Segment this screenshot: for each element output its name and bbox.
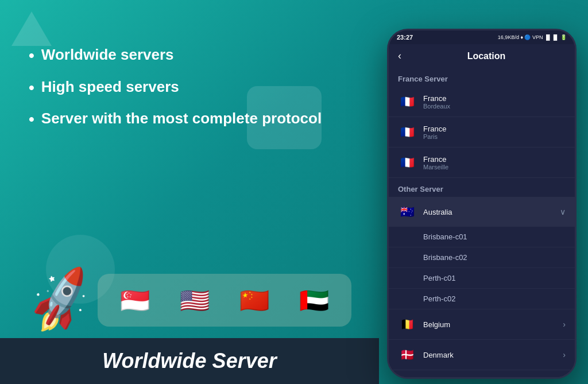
brisbane-c02-item[interactable]: Brisbane-c02 [389,247,575,268]
phone-title: Location [407,51,566,61]
flag-usa: 🇺🇸 [169,283,220,317]
flag-uae: 🇦🇪 [288,283,340,317]
feature-list: • Worldwide servers • High speed servers… [29,46,356,142]
france-marseille-city: Marseille [423,164,566,170]
phone-content[interactable]: France Server 🇫🇷 France Bordeaux 🇫🇷 Fran… [389,68,575,377]
france-marseille-item[interactable]: 🇫🇷 France Marseille [389,148,575,178]
feature-text-2: High speed servers [41,78,179,96]
status-bar: 23:27 16,9KB/d ♦ 🔵 VPN ▐▌▐▌ 🔋 [389,30,575,44]
australia-chevron-icon: ∨ [560,207,566,216]
back-button[interactable]: ‹ [398,50,401,62]
france-paris-item[interactable]: 🇫🇷 France Paris [389,117,575,148]
france-bordeaux-flag: 🇫🇷 [398,92,416,111]
france-bordeaux-city: Bordeaux [423,103,566,110]
france-marseille-flag: 🇫🇷 [398,153,416,172]
france-paris-info: France Paris [423,125,566,140]
phone-header: ‹ Location [389,44,575,68]
australia-item[interactable]: 🇦🇺 Australia ∨ [389,197,575,227]
status-icons: 16,9KB/d ♦ 🔵 VPN ▐▌▐▌ 🔋 [498,34,567,40]
denmark-chevron-icon: › [563,350,566,359]
bullet-dot-3: • [29,110,34,129]
status-time: 23:27 [397,34,413,41]
bullet-dot-1: • [29,46,34,65]
belgium-flag: 🇧🇪 [398,315,416,333]
flag-china: 🇨🇳 [229,283,280,317]
denmark-item[interactable]: 🇩🇰 Denmark › [389,340,575,370]
feature-item-3: • Server with the most complete protocol [29,110,356,129]
france-section-header: France Server [389,68,575,87]
feature-text-1: Worldwide servers [41,46,174,64]
bottom-banner: 🚀 Worldwide Server [0,338,379,384]
flag-singapore: 🇸🇬 [109,283,161,317]
denmark-flag: 🇩🇰 [398,346,416,364]
belgium-chevron-icon: › [563,320,566,329]
france-paris-flag: 🇫🇷 [398,123,416,141]
france-marseille-info: France Marseille [423,155,566,170]
rocket-container: 🚀 [29,269,103,384]
belgium-name: Belgium [423,320,556,329]
france-paris-city: Paris [423,133,566,140]
phone-mockup: 23:27 16,9KB/d ♦ 🔵 VPN ▐▌▐▌ 🔋 ‹ Location… [387,29,577,379]
rocket-icon: 🚀 [22,261,110,338]
belgium-item[interactable]: 🇧🇪 Belgium › [389,309,575,340]
australia-flag: 🇦🇺 [398,203,416,221]
france-marseille-name: France [423,155,566,164]
france-bordeaux-item[interactable]: 🇫🇷 France Bordeaux [389,87,575,117]
flags-row: 🇸🇬 🇺🇸 🇨🇳 🇦🇪 [98,274,351,327]
feature-item-2: • High speed servers [29,78,356,98]
feature-item-1: • Worldwide servers [29,46,356,65]
bottom-banner-text: Worldwide Server [102,349,276,373]
australia-name: Australia [423,208,553,216]
australia-info: Australia [423,208,553,216]
france-bordeaux-name: France [423,94,566,103]
france-bordeaux-info: France Bordeaux [423,94,566,110]
brisbane-c01-item[interactable]: Brisbane-c01 [389,227,575,247]
perth-c02-item[interactable]: Perth-c02 [389,289,575,309]
bullet-dot-2: • [29,78,34,98]
status-info: 16,9KB/d ♦ 🔵 VPN ▐▌▐▌ 🔋 [498,34,567,40]
france-paris-name: France [423,125,566,133]
feature-text-3: Server with the most complete protocol [41,110,322,127]
perth-c01-item[interactable]: Perth-c01 [389,268,575,289]
belgium-info: Belgium [423,320,556,329]
denmark-name: Denmark [423,351,556,359]
other-section-header: Other Server [389,178,575,197]
denmark-info: Denmark [423,351,556,359]
